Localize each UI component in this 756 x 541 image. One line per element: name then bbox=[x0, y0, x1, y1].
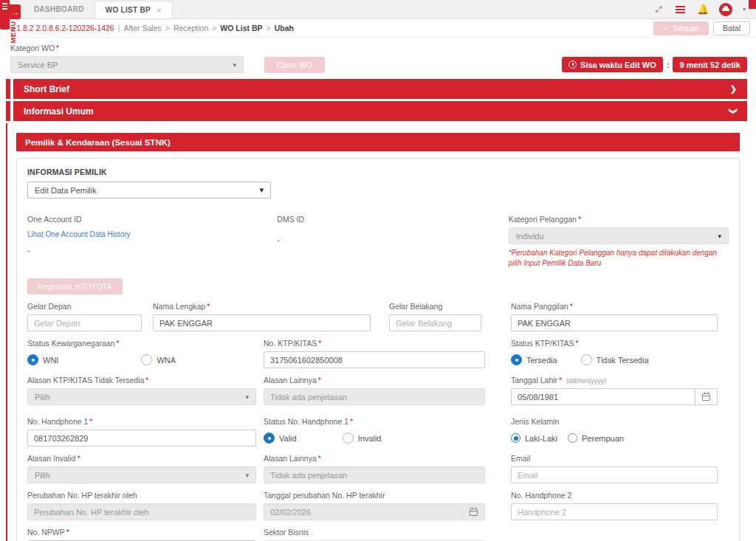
chevron-down-icon: ▾ bbox=[718, 232, 721, 240]
radio-selected-icon bbox=[511, 433, 520, 443]
sektor-bisnis-label: Sektor Bisnis bbox=[264, 528, 485, 537]
alasan-invalid-field: Alasan Invalid* Pilih ▾ bbox=[27, 454, 256, 483]
alasan-lainnya-ktp-field: Alasan Lainnya* bbox=[264, 376, 485, 405]
email-input[interactable] bbox=[511, 466, 718, 483]
perubahan-hp-oleh-field: Perubahan No. HP terakhir oleh bbox=[27, 491, 256, 520]
breadcrumb: v 1.8.2 2.0.8.6.2-120226-1426 | After Sa… bbox=[10, 24, 294, 32]
jenis-kelamin-field: Jenis Kelamin Laki-Laki Perempuan bbox=[511, 417, 718, 447]
nama-lengkap-input[interactable] bbox=[153, 314, 371, 331]
radio-laki-laki[interactable]: Laki-Laki bbox=[511, 433, 557, 443]
hamburger-icon bbox=[0, 0, 10, 30]
gelar-depan-label: Gelar Depan bbox=[27, 302, 142, 311]
crumb-reception: Reception bbox=[173, 24, 208, 32]
alasan-lainnya-ktp-input[interactable] bbox=[264, 388, 485, 405]
chevron-right-icon: ❯ bbox=[730, 84, 737, 94]
no-hp2-label: No. Handphone 2 bbox=[511, 491, 718, 500]
tab-wo-list-bp[interactable]: WO LIST BP × bbox=[94, 1, 173, 18]
calendar-icon[interactable] bbox=[695, 388, 718, 405]
user-avatar[interactable] bbox=[719, 3, 732, 16]
radio-tersedia[interactable]: Tersedia bbox=[511, 354, 557, 365]
arrow-right-icon: → bbox=[10, 4, 21, 19]
gelar-depan-field: Gelar Depan bbox=[27, 302, 142, 331]
fullscreen-icon[interactable]: ⤢ bbox=[653, 4, 664, 15]
side-menu-toggle[interactable]: → MENU bbox=[0, 0, 22, 41]
radio-selected-icon bbox=[27, 354, 38, 365]
kategori-pelanggan-note: *Perubahan Kategori Pelanggan hanya dapa… bbox=[509, 248, 729, 268]
radio-invalid[interactable]: Invalid bbox=[343, 433, 382, 444]
crumb-after-sales: After Sales bbox=[123, 24, 161, 32]
dms-id-field: DMS ID - bbox=[277, 215, 497, 268]
accordion-informasi-umum[interactable]: Informasi Umum ❯ bbox=[6, 101, 747, 121]
no-hp1-input[interactable] bbox=[27, 430, 256, 447]
notifications-bell-icon[interactable]: 🔔 bbox=[697, 4, 709, 15]
crumb-wo-list-bp: WO List BP bbox=[220, 24, 262, 32]
alasan-ktp-field: Alasan KTP/KITAS Tidak Tersedia* Pilih ▾ bbox=[27, 376, 256, 405]
chevron-down-icon: ▾ bbox=[233, 61, 236, 69]
informasi-umum-title: Informasi Umum bbox=[24, 106, 94, 117]
alasan-invalid-select[interactable]: Pilih ▾ bbox=[27, 466, 256, 483]
nama-panggilan-input[interactable] bbox=[511, 314, 718, 331]
nama-lengkap-field: Nama Lengkap* bbox=[153, 302, 371, 331]
nama-panggilan-label: Nama Panggilan* bbox=[511, 302, 718, 311]
informasi-umum-body: Pemilik & Kendaraan (Sesuai STNK) INFORM… bbox=[6, 123, 747, 541]
radio-selected-icon bbox=[264, 433, 275, 444]
gelar-depan-input[interactable] bbox=[27, 314, 142, 331]
kategori-wo-select[interactable]: Service BP ▾ bbox=[10, 56, 244, 73]
gelar-belakang-field: Gelar Belakang bbox=[389, 302, 481, 331]
status-ktp-field: Status KTP/KITAS* Tersedia Tidak Tersedi… bbox=[511, 339, 718, 368]
kategori-pelanggan-field: Kategori Pelanggan* Individu ▾ *Perubaha… bbox=[509, 215, 729, 268]
tab-wo-list-bp-label: WO LIST BP bbox=[106, 6, 151, 14]
no-ktp-input[interactable] bbox=[264, 351, 485, 368]
radio-perempuan[interactable]: Perempuan bbox=[568, 433, 624, 443]
close-tab-icon[interactable]: × bbox=[157, 6, 162, 15]
alasan-ktp-select[interactable]: Pilih ▾ bbox=[27, 388, 256, 405]
short-brief-title: Short Brief bbox=[24, 84, 69, 94]
edit-data-pemilik-select[interactable]: Edit Data Pemilik ▾ bbox=[27, 182, 271, 199]
chevron-down-icon: ▾ bbox=[259, 185, 264, 195]
toolbar: v 1.8.2 2.0.8.6.2-120226-1426 | After Sa… bbox=[0, 19, 756, 38]
email-field: Email bbox=[511, 454, 718, 483]
perubahan-hp-oleh-input[interactable] bbox=[27, 503, 256, 520]
radio-tidak-tersedia[interactable]: Tidak Tersedia bbox=[581, 354, 649, 365]
alasan-lainnya-hp-input[interactable] bbox=[264, 466, 485, 483]
tanggal-perubahan-hp-label: Tanggal perubahan No. HP terakhir bbox=[264, 491, 485, 500]
radio-valid[interactable]: Valid bbox=[264, 433, 297, 444]
kategori-pelanggan-label: Kategori Pelanggan* bbox=[509, 215, 729, 224]
user-menu-chevron-icon[interactable]: ▾ bbox=[743, 6, 746, 13]
radio-wna[interactable]: WNA bbox=[141, 354, 176, 365]
dms-id-label: DMS ID bbox=[277, 215, 497, 224]
sektor-bisnis-field: Sektor Bisnis Pilih ▾ bbox=[264, 528, 485, 541]
clock-icon bbox=[568, 61, 577, 69]
edit-wo-timer: Sisa waktu Edit WO : 9 menit 52 detik bbox=[562, 57, 747, 72]
tab-dashboard[interactable]: DASHBOARD bbox=[24, 0, 94, 18]
timer-label-badge: Sisa waktu Edit WO bbox=[562, 57, 663, 72]
registrasi-mtoyota-button[interactable]: Registrasi mTOYOTA bbox=[27, 278, 123, 294]
radio-icon bbox=[343, 433, 354, 444]
perubahan-hp-oleh-label: Perubahan No. HP terakhir oleh bbox=[27, 491, 256, 500]
status-hp1-field: Status No. Handphone 1* Valid Invalid bbox=[264, 417, 485, 447]
app-window: DASHBOARD WO LIST BP × ⤢ 🔔 ▾ → MENU v 1.… bbox=[0, 0, 756, 541]
close-wo-button[interactable]: Close WO bbox=[264, 57, 325, 73]
gelar-belakang-input[interactable] bbox=[389, 314, 481, 331]
accent-bar bbox=[6, 101, 10, 121]
no-hp2-input[interactable] bbox=[511, 503, 718, 520]
tanggal-lahir-input[interactable] bbox=[511, 388, 695, 405]
crumb-ubah: Ubah bbox=[275, 24, 294, 32]
simpan-button[interactable]: ✓ Simpan bbox=[653, 21, 709, 35]
accordion-short-brief[interactable]: Short Brief ❯ bbox=[6, 79, 747, 99]
kategori-pelanggan-select[interactable]: Individu ▾ bbox=[509, 227, 729, 244]
radio-wni[interactable]: WNI bbox=[27, 354, 58, 365]
batal-button[interactable]: Batal bbox=[713, 21, 750, 35]
no-npwp-field: No. NPWP* bbox=[27, 528, 256, 541]
email-label: Email bbox=[511, 454, 718, 463]
kategori-wo-label: Kategori WO* bbox=[10, 44, 747, 52]
radio-icon bbox=[141, 354, 152, 365]
menu-list-icon[interactable] bbox=[675, 4, 687, 15]
one-account-history-link[interactable]: Lihat One Account Data History bbox=[27, 230, 131, 238]
accordion-group: Short Brief ❯ Informasi Umum ❯ bbox=[0, 79, 756, 121]
tanggal-perubahan-hp-input[interactable] bbox=[264, 503, 463, 520]
jenis-kelamin-label: Jenis Kelamin bbox=[511, 417, 718, 426]
check-icon: ✓ bbox=[663, 24, 670, 32]
status-kewarganegaraan-field: Status Kewarganegaraan* WNI WNA bbox=[27, 339, 256, 368]
calendar-icon[interactable] bbox=[463, 503, 485, 520]
